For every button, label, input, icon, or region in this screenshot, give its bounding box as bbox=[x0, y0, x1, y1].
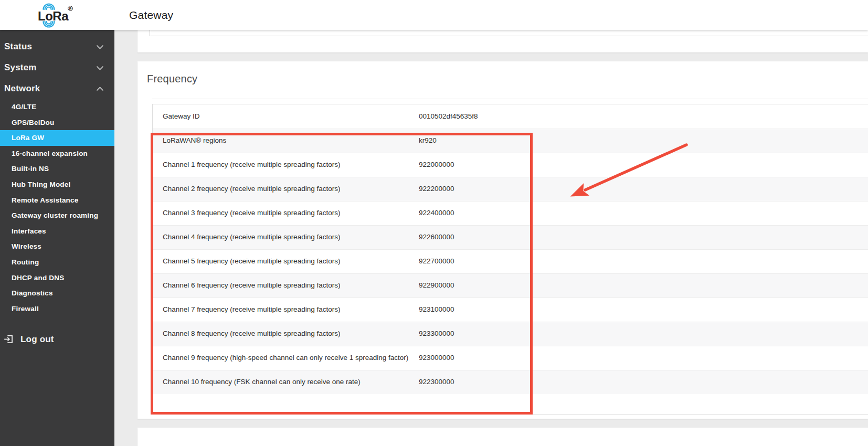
sidebar-item[interactable]: 16-channel expansion bbox=[0, 146, 114, 162]
table-row: Channel 5 frequency (receive multiple sp… bbox=[153, 249, 868, 273]
row-label: Channel 3 frequency (receive multiple sp… bbox=[163, 208, 419, 219]
sidebar-item[interactable]: GPS/BeiDou bbox=[0, 115, 114, 131]
table-row: Channel 7 frequency (receive multiple sp… bbox=[153, 298, 868, 322]
logout-button[interactable]: Log out bbox=[0, 334, 114, 345]
row-value: 922300000 bbox=[419, 377, 454, 387]
sidebar-item[interactable]: LoRa GW bbox=[0, 130, 114, 146]
sidebar-section-status[interactable]: Status bbox=[0, 36, 114, 57]
frequency-table: Gateway ID 0010502df45635f8 LoRaWAN® reg… bbox=[152, 104, 868, 415]
sidebar-section-label: System bbox=[4, 57, 37, 78]
row-value: 922700000 bbox=[419, 257, 454, 267]
row-label: Channel 5 frequency (receive multiple sp… bbox=[163, 256, 419, 267]
page-root: Frequency Gateway ID 0010502df45635f8 Lo… bbox=[0, 0, 868, 446]
row-value: 0010502df45635f8 bbox=[419, 112, 478, 122]
row-label: Channel 4 frequency (receive multiple sp… bbox=[163, 232, 419, 243]
table-row: Channel 6 frequency (receive multiple sp… bbox=[153, 273, 868, 298]
sidebar-item[interactable]: Diagnostics bbox=[0, 285, 114, 301]
sidebar-item[interactable]: 4G/LTE bbox=[0, 99, 114, 115]
table-row: Channel 2 frequency (receive multiple sp… bbox=[153, 177, 868, 201]
title-divider bbox=[152, 99, 868, 99]
frequency-card: Frequency Gateway ID 0010502df45635f8 Lo… bbox=[137, 61, 868, 419]
sidebar-item[interactable]: Remote Assistance bbox=[0, 193, 114, 208]
sidebar-item[interactable]: DHCP and DNS bbox=[0, 270, 114, 286]
sidebar-item[interactable]: Firewall bbox=[0, 301, 114, 317]
row-label: Channel 6 frequency (receive multiple sp… bbox=[163, 280, 419, 291]
row-label: Channel 1 frequency (receive multiple sp… bbox=[163, 160, 419, 171]
row-value: 922000000 bbox=[419, 160, 454, 170]
row-value: kr920 bbox=[419, 136, 437, 146]
row-label: Channel 10 frequency (FSK channel can on… bbox=[163, 377, 419, 388]
chevron-down-icon bbox=[96, 45, 104, 49]
sidebar-item[interactable]: Built-in NS bbox=[0, 161, 114, 177]
row-label: Gateway ID bbox=[163, 111, 419, 122]
sidebar-section-network[interactable]: Network bbox=[0, 78, 114, 99]
row-value: 923100000 bbox=[419, 305, 454, 315]
row-value: 922900000 bbox=[419, 281, 454, 291]
network-subnav: 4G/LTE GPS/BeiDou LoRa GW 16-channel exp… bbox=[0, 99, 114, 316]
row-value: 922200000 bbox=[419, 184, 454, 194]
table-row: Channel 8 frequency (receive multiple sp… bbox=[153, 322, 868, 346]
chevron-down-icon bbox=[96, 66, 104, 70]
row-label: Channel 9 frequency (high-speed channel … bbox=[163, 353, 419, 364]
row-label: Channel 8 frequency (receive multiple sp… bbox=[163, 328, 419, 339]
row-value: 923300000 bbox=[419, 329, 454, 339]
logout-icon bbox=[3, 334, 14, 345]
svg-text:R: R bbox=[69, 7, 72, 10]
section-title: Frequency bbox=[147, 73, 197, 85]
row-label: LoRaWAN® regions bbox=[163, 135, 419, 146]
sidebar-item[interactable]: Hub Thing Model bbox=[0, 177, 114, 193]
row-label: Channel 2 frequency (receive multiple sp… bbox=[163, 184, 419, 195]
table-row: Channel 1 frequency (receive multiple sp… bbox=[153, 153, 868, 177]
sidebar-section-system[interactable]: System bbox=[0, 57, 114, 78]
logout-label: Log out bbox=[20, 334, 54, 345]
row-value: 922600000 bbox=[419, 232, 454, 242]
svg-text:LoRa: LoRa bbox=[38, 9, 69, 23]
row-label: Channel 7 frequency (receive multiple sp… bbox=[163, 304, 419, 315]
page-title: Gateway bbox=[129, 0, 173, 30]
app-header: LoRa R Gateway bbox=[0, 0, 868, 30]
table-row: Channel 4 frequency (receive multiple sp… bbox=[153, 225, 868, 249]
sidebar-item[interactable]: Wireless bbox=[0, 239, 114, 254]
table-row: Channel 9 frequency (high-speed channel … bbox=[153, 346, 868, 370]
sidebar-section-label: Status bbox=[4, 36, 32, 57]
row-value: 922400000 bbox=[419, 208, 454, 218]
sidebar-item[interactable]: Gateway cluster roaming bbox=[0, 208, 114, 224]
table-row: Channel 10 frequency (FSK channel can on… bbox=[153, 370, 868, 394]
table-row: Gateway ID 0010502df45635f8 bbox=[153, 104, 868, 129]
chevron-up-icon bbox=[96, 87, 104, 91]
table-row: LoRaWAN® regions kr920 bbox=[153, 129, 868, 153]
sidebar-item[interactable]: Interfaces bbox=[0, 224, 114, 239]
sidebar-section-label: Network bbox=[4, 78, 40, 99]
sidebar: Status System Network 4G/LTE GPS/BeiDou … bbox=[0, 30, 114, 446]
sidebar-item[interactable]: Routing bbox=[0, 254, 114, 270]
lora-logo: LoRa R bbox=[34, 2, 77, 29]
next-section-card bbox=[137, 428, 868, 446]
row-value: 923000000 bbox=[419, 353, 454, 363]
table-row: Channel 3 frequency (receive multiple sp… bbox=[153, 201, 868, 225]
